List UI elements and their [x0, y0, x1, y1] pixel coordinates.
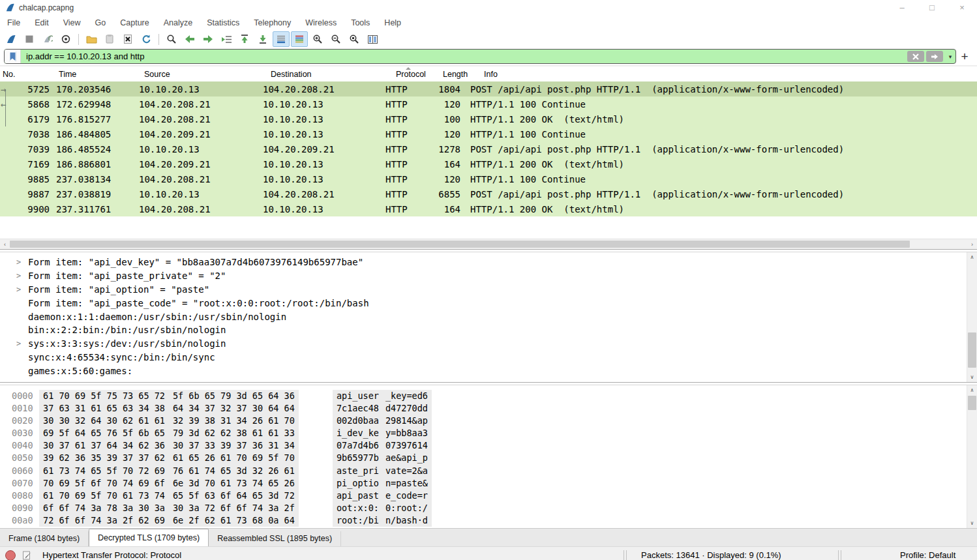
- filter-dropdown-icon[interactable]: ▾: [945, 53, 955, 60]
- go-to-packet-icon[interactable]: [218, 31, 235, 47]
- packet-list-hscrollbar[interactable]: ‹ ›: [0, 239, 977, 249]
- packet-row[interactable]: 7039 186.485524 10.10.20.13 104.20.209.2…: [0, 141, 977, 156]
- hex-row[interactable]: 000061 70 69 5f 75 73 65 725f 6b 65 79 3…: [0, 390, 977, 402]
- resize-columns-icon[interactable]: [364, 31, 381, 47]
- menu-edit[interactable]: Edit: [27, 18, 56, 27]
- scroll-down-icon[interactable]: ∨: [967, 520, 977, 526]
- scroll-up-icon[interactable]: ∧: [967, 387, 977, 393]
- packet-row[interactable]: 9887 237.038819 10.10.20.13 104.20.208.2…: [0, 186, 977, 201]
- maximize-icon[interactable]: □: [917, 0, 947, 15]
- hex-row[interactable]: 008061 70 69 5f 70 61 73 7465 5f 63 6f 6…: [0, 490, 977, 502]
- scroll-left-icon[interactable]: ‹: [0, 241, 10, 248]
- auto-scroll-toggle[interactable]: [273, 31, 290, 47]
- hscroll-thumb[interactable]: [10, 241, 910, 248]
- colorize-toggle[interactable]: [291, 31, 308, 47]
- hex-row[interactable]: 006061 73 74 65 5f 70 72 6976 61 74 65 3…: [0, 465, 977, 477]
- packet-row[interactable]: 9900 237.311761 104.20.208.21 10.10.20.1…: [0, 201, 977, 216]
- detail-line[interactable]: >Form item: "api_option" = "paste": [0, 283, 977, 297]
- detail-line[interactable]: >Form item: "api_dev_key" = "bb8aa307a7d…: [0, 256, 977, 269]
- column-header-source[interactable]: Source: [142, 70, 268, 79]
- column-header-time[interactable]: Time: [56, 70, 142, 79]
- zoom-in-icon[interactable]: [309, 31, 326, 47]
- filter-bookmark-button[interactable]: [5, 50, 21, 63]
- column-header-length[interactable]: Length: [440, 70, 481, 79]
- hex-row[interactable]: 001037 63 31 61 65 63 34 3864 34 37 32 3…: [0, 402, 977, 415]
- scroll-down-icon[interactable]: ∨: [967, 374, 977, 380]
- detail-line[interactable]: >Form item: "api_paste_private" = "2": [0, 269, 977, 283]
- hex-row[interactable]: 00906f 6f 74 3a 78 3a 30 3a30 3a 72 6f 6…: [0, 502, 977, 514]
- open-file-icon[interactable]: [83, 31, 100, 47]
- hex-row[interactable]: 007070 69 5f 6f 70 74 69 6f6e 3d 70 61 7…: [0, 477, 977, 490]
- column-header-protocol[interactable]: Protocol: [393, 70, 440, 79]
- column-header-no[interactable]: No.: [0, 70, 56, 79]
- column-header-destination[interactable]: Destination: [268, 70, 393, 79]
- scroll-right-icon[interactable]: ›: [967, 241, 977, 248]
- tab-frame[interactable]: Frame (1804 bytes): [0, 531, 89, 546]
- vscroll-thumb[interactable]: [968, 396, 976, 410]
- packet-row[interactable]: ←5868 172.629948 104.20.208.21 10.10.20.…: [0, 96, 977, 111]
- display-filter-input[interactable]: ip.addr == 10.10.20.13 and http ▾: [4, 49, 956, 64]
- close-file-icon[interactable]: [119, 31, 136, 47]
- go-last-icon[interactable]: [254, 31, 271, 47]
- packet-row[interactable]: 7169 186.886801 104.20.209.21 10.10.20.1…: [0, 156, 977, 171]
- menu-telephony[interactable]: Telephony: [247, 18, 298, 27]
- column-header-info[interactable]: Info: [481, 70, 977, 79]
- detail-line[interactable]: Form item: "api_paste_code" = "root:x:0:…: [0, 296, 977, 310]
- expander-icon[interactable]: >: [16, 339, 28, 348]
- packet-row[interactable]: 7038 186.484805 104.20.209.21 10.10.20.1…: [0, 126, 977, 141]
- save-file-icon[interactable]: [101, 31, 118, 47]
- detail-line[interactable]: bin:x:2:2:bin:/bin:/usr/sbin/nologin: [0, 323, 977, 337]
- packet-row[interactable]: 9885 237.038134 104.20.208.21 10.10.20.1…: [0, 171, 977, 186]
- menu-capture[interactable]: Capture: [113, 18, 156, 27]
- menu-help[interactable]: Help: [377, 18, 408, 27]
- minimize-icon[interactable]: –: [887, 0, 917, 15]
- detail-line[interactable]: daemon:x:1:1:daemon:/usr/sbin:/usr/sbin/…: [0, 310, 977, 323]
- vscroll-thumb[interactable]: [968, 332, 976, 368]
- detail-line[interactable]: sync:x:4:65534:sync:/bin:/bin/sync: [0, 351, 977, 364]
- packet-row[interactable]: →5725 170.203546 10.10.20.13 104.20.208.…: [0, 81, 977, 96]
- expander-icon[interactable]: >: [16, 271, 28, 280]
- details-vscrollbar[interactable]: ∧ ∨: [967, 252, 977, 382]
- start-capture-icon[interactable]: [3, 31, 20, 47]
- add-filter-button[interactable]: +: [956, 50, 973, 64]
- zoom-out-icon[interactable]: [327, 31, 344, 47]
- hex-row[interactable]: 004030 37 61 37 64 34 62 3630 37 33 39 3…: [0, 439, 977, 452]
- apply-filter-button[interactable]: [926, 51, 943, 62]
- go-forward-icon[interactable]: [200, 31, 217, 47]
- clear-filter-button[interactable]: [907, 51, 924, 62]
- detail-line[interactable]: games:x:5:60:games:: [0, 364, 977, 377]
- scroll-up-icon[interactable]: ∧: [967, 254, 977, 260]
- expert-info-icon[interactable]: [5, 550, 16, 560]
- zoom-reset-icon[interactable]: [346, 31, 363, 47]
- menu-view[interactable]: View: [56, 18, 88, 27]
- find-packet-icon[interactable]: [163, 31, 180, 47]
- capture-options-icon[interactable]: [57, 31, 74, 47]
- hex-vscrollbar[interactable]: ∧ ∨: [967, 385, 977, 528]
- tab-reassembled-ssl[interactable]: Reassembled SSL (1895 bytes): [209, 531, 341, 546]
- expander-icon[interactable]: >: [16, 258, 28, 267]
- tab-decrypted-tls[interactable]: Decrypted TLS (1709 bytes): [89, 529, 209, 546]
- packet-row[interactable]: 6179 176.815277 104.20.208.21 10.10.20.1…: [0, 111, 977, 126]
- expander-icon[interactable]: >: [16, 285, 28, 294]
- menu-file[interactable]: File: [0, 18, 27, 27]
- hex-row[interactable]: 00a072 6f 6f 74 3a 2f 62 696e 2f 62 61 7…: [0, 514, 977, 527]
- hex-row[interactable]: 005039 62 36 35 39 37 37 6261 65 26 61 7…: [0, 452, 977, 464]
- hex-row[interactable]: 002030 30 32 64 30 62 61 6132 39 38 31 3…: [0, 415, 977, 427]
- close-icon[interactable]: ×: [947, 0, 977, 15]
- menu-statistics[interactable]: Statistics: [200, 18, 247, 27]
- capture-comment-icon[interactable]: [22, 550, 32, 560]
- menu-wireless[interactable]: Wireless: [298, 18, 344, 27]
- hex-row[interactable]: 003069 5f 64 65 76 5f 6b 6579 3d 62 62 3…: [0, 427, 977, 439]
- stop-capture-icon[interactable]: [21, 31, 38, 47]
- restart-capture-icon[interactable]: [39, 31, 56, 47]
- menu-tools[interactable]: Tools: [344, 18, 377, 27]
- menu-go[interactable]: Go: [88, 18, 113, 27]
- go-back-icon[interactable]: [181, 31, 198, 47]
- detail-line[interactable]: >sys:x:3:3:sys:/dev:/usr/sbin/nologin: [0, 337, 977, 351]
- packet-list: →5725 170.203546 10.10.20.13 104.20.208.…: [0, 81, 977, 216]
- menu-analyze[interactable]: Analyze: [157, 18, 200, 27]
- filter-expression[interactable]: ip.addr == 10.10.20.13 and http: [21, 52, 907, 61]
- reload-icon[interactable]: [138, 31, 155, 47]
- profile-status[interactable]: Profile: Default: [900, 547, 955, 560]
- go-first-icon[interactable]: [236, 31, 253, 47]
